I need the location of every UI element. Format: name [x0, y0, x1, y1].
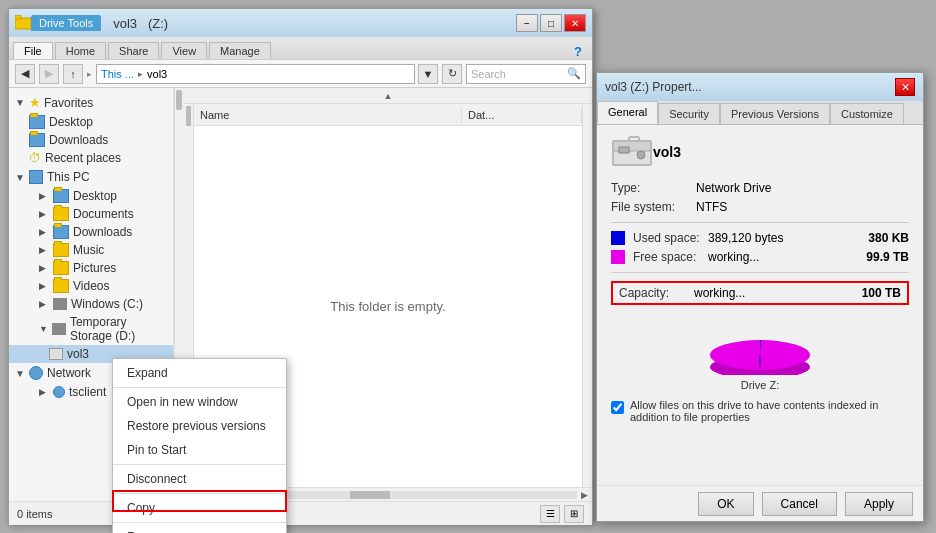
sidebar-item-recent[interactable]: ⏱ Recent places [9, 149, 173, 167]
props-close-button[interactable]: ✕ [895, 78, 915, 96]
music-label: Music [73, 243, 104, 257]
breadcrumb-arrow: ▸ [134, 69, 147, 79]
address-dropdown-button[interactable]: ▼ [418, 64, 438, 84]
ctx-rename[interactable]: Rename [113, 525, 286, 533]
up-button[interactable]: ↑ [63, 64, 83, 84]
desktop-folder-icon [29, 115, 45, 129]
documents-label: Documents [73, 207, 134, 221]
sidebar-item-pictures[interactable]: ▶ Pictures [9, 259, 173, 277]
drive-tools-tab: Drive Tools [31, 15, 101, 31]
ok-button[interactable]: OK [698, 492, 753, 516]
pie-label: Drive Z: [741, 379, 780, 391]
props-tab-previous-versions[interactable]: Previous Versions [720, 103, 830, 124]
checkbox-label: Allow files on this drive to have conten… [630, 399, 909, 423]
sidebar-scroll-thumb [176, 90, 182, 110]
ctx-sep-3 [113, 493, 286, 494]
ctx-copy[interactable]: Copy [113, 496, 286, 520]
tab-share[interactable]: Share [108, 42, 159, 59]
sidebar-item-downloads[interactable]: Downloads [9, 131, 173, 149]
restore-button[interactable]: □ [540, 14, 562, 32]
chevron-icon: ▶ [39, 191, 49, 201]
tab-home[interactable]: Home [55, 42, 106, 59]
downloads-folder-icon [29, 133, 45, 147]
free-bytes: working... [708, 250, 759, 264]
sidebar-group-thispc[interactable]: ▼ This PC [9, 167, 173, 187]
ribbon-tabs: File Home Share View Manage ? [9, 37, 592, 59]
view-details-button[interactable]: ☰ [540, 505, 560, 523]
sidebar-item-desktop2[interactable]: ▶ Desktop [9, 187, 173, 205]
tab-file[interactable]: File [13, 42, 53, 59]
breadcrumb-item-vol3: vol3 [147, 68, 167, 80]
sidebar-label-downloads: Downloads [49, 133, 108, 147]
drive-c-icon [53, 298, 67, 310]
hscroll-thumb [350, 491, 390, 499]
props-type-value: Network Drive [696, 181, 771, 195]
apply-button[interactable]: Apply [845, 492, 913, 516]
chevron-down-icon: ▼ [15, 97, 25, 108]
cancel-button[interactable]: Cancel [762, 492, 837, 516]
ctx-sep-4 [113, 522, 286, 523]
chevron-icon-9: ▶ [39, 387, 49, 397]
free-human: 99.9 TB [866, 250, 909, 264]
col-header-date[interactable]: Dat... [462, 107, 582, 123]
props-type-row: Type: Network Drive [611, 181, 909, 195]
network-label: Network [47, 366, 91, 380]
forward-button[interactable]: ▶ [39, 64, 59, 84]
vol3-icon [49, 348, 63, 360]
search-box[interactable]: Search 🔍 [466, 64, 586, 84]
chevron-icon-6: ▶ [39, 281, 49, 291]
sidebar-item-videos[interactable]: ▶ Videos [9, 277, 173, 295]
ctx-disconnect[interactable]: Disconnect [113, 467, 286, 491]
ctx-pin-to-start[interactable]: Pin to Start [113, 438, 286, 462]
pc-icon [29, 170, 43, 184]
back-button[interactable]: ◀ [15, 64, 35, 84]
props-tab-security[interactable]: Security [658, 103, 720, 124]
index-checkbox[interactable] [611, 401, 624, 414]
sidebar-item-windows-c[interactable]: ▶ Windows (C:) [9, 295, 173, 313]
drive-d-icon [52, 323, 66, 335]
ctx-restore-previous[interactable]: Restore previous versions [113, 414, 286, 438]
view-large-button[interactable]: ⊞ [564, 505, 584, 523]
desktop2-label: Desktop [73, 189, 117, 203]
scroll-right-icon: ▶ [577, 490, 592, 500]
close-button[interactable]: ✕ [564, 14, 586, 32]
chevron-icon-7: ▶ [39, 299, 49, 309]
sidebar-group-favorites[interactable]: ▼ ★ Favorites [9, 92, 173, 113]
chevron-icon-2: ▶ [39, 209, 49, 219]
sidebar-label-desktop: Desktop [49, 115, 93, 129]
capacity-label: Capacity: [619, 286, 694, 300]
refresh-button[interactable]: ↻ [442, 64, 462, 84]
sidebar-item-music[interactable]: ▶ Music [9, 241, 173, 259]
recent-icon: ⏱ [29, 151, 41, 165]
scroll-indicator-top: ▲ [184, 88, 592, 104]
file-right-scroll[interactable] [582, 104, 592, 487]
minimize-button[interactable]: − [516, 14, 538, 32]
ctx-expand[interactable]: Expand [113, 361, 286, 385]
sidebar-item-downloads2[interactable]: ▶ Downloads [9, 223, 173, 241]
search-icon[interactable]: 🔍 [567, 67, 581, 80]
address-bar: ◀ ▶ ↑ ▸ This ... ▸ vol3 ▼ ↻ Search 🔍 [9, 60, 592, 88]
help-button[interactable]: ? [568, 44, 588, 59]
used-bytes: 389,120 bytes [708, 231, 783, 245]
svg-point-5 [637, 151, 645, 159]
sidebar-item-documents[interactable]: ▶ Documents [9, 205, 173, 223]
sidebar-item-desktop[interactable]: Desktop [9, 113, 173, 131]
tab-view[interactable]: View [161, 42, 207, 59]
address-path[interactable]: This ... ▸ vol3 [96, 64, 415, 84]
status-bar: 0 items ☰ ⊞ [9, 501, 592, 525]
context-menu: Expand Open in new window Restore previo… [112, 358, 287, 533]
search-placeholder: Search [471, 68, 506, 80]
thispc-label: This PC [47, 170, 90, 184]
col-header-name[interactable]: Name [194, 107, 462, 123]
free-label: Free space: [633, 250, 708, 264]
props-title-bar: vol3 (Z:) Propert... ✕ [597, 73, 923, 101]
props-tab-customize[interactable]: Customize [830, 103, 904, 124]
main-content: ▼ ★ Favorites Desktop Downloads ⏱ Recent… [9, 88, 592, 501]
ctx-sep-2 [113, 464, 286, 465]
props-tab-general[interactable]: General [597, 101, 658, 124]
properties-window: vol3 (Z:) Propert... ✕ General Security … [596, 72, 924, 522]
sidebar-item-temp-d[interactable]: ▼ Temporary Storage (D:) [9, 313, 173, 345]
tab-manage[interactable]: Manage [209, 42, 271, 59]
ctx-open-new-window[interactable]: Open in new window [113, 390, 286, 414]
props-type-label: Type: [611, 181, 696, 195]
